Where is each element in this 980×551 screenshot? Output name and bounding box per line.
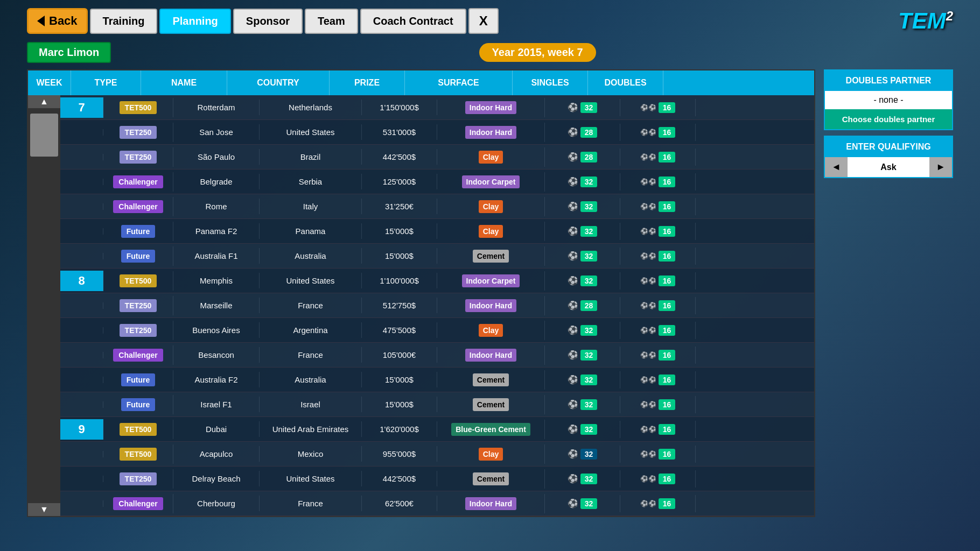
country-cell: Australia	[260, 372, 362, 387]
singles-cell: ⚽32	[545, 396, 620, 413]
table-row[interactable]: TET250San JoseUnited States531'000$Indoo…	[60, 120, 814, 145]
table-row[interactable]: FutureAustralia F1Australia15'000$Cement…	[60, 244, 814, 269]
singles-cell: ⚽32	[545, 371, 620, 388]
country-cell: Argentina	[260, 322, 362, 338]
country-cell: Mexico	[260, 446, 362, 462]
prize-cell: 475'500$	[362, 322, 437, 338]
back-arrow-icon	[37, 16, 45, 26]
table-row[interactable]: ChallengerBelgradeSerbia125'000$Indoor C…	[60, 169, 814, 194]
week-cell	[60, 401, 103, 408]
coach-contract-tab[interactable]: Coach Contract	[360, 9, 466, 34]
prize-cell: 105'000€	[362, 347, 437, 363]
table-row[interactable]: ChallengerCherbourgFrance62'500€Indoor H…	[60, 491, 814, 516]
week-cell	[60, 500, 103, 507]
country-cell: Israel	[260, 397, 362, 412]
name-cell: Marseille	[173, 298, 260, 313]
name-cell: Cherbourg	[173, 496, 260, 511]
table-row[interactable]: ChallengerRomeItaly31'250€Clay⚽32⚽⚽16	[60, 194, 814, 219]
scroll-thumb[interactable]	[30, 114, 58, 157]
type-cell: TET250	[103, 123, 173, 142]
col-week: WEEK	[28, 70, 71, 95]
team-tab[interactable]: Team	[305, 9, 358, 34]
doubles-cell: ⚽⚽16	[620, 297, 696, 314]
scroll-track	[28, 108, 60, 503]
table-row[interactable]: 9TET500DubaiUnited Arab Emirates1'620'00…	[60, 417, 814, 442]
table-header: WEEK TYPE NAME COUNTRY PRIZE SURFACE SIN…	[28, 70, 814, 95]
table-row[interactable]: TET500AcapulcoMexico955'000$Clay⚽32⚽⚽16	[60, 442, 814, 467]
enter-qualifying-label: ENTER QUALIFYING	[825, 137, 952, 157]
country-cell: France	[260, 496, 362, 511]
country-cell: United Arab Emirates	[260, 421, 362, 437]
prize-cell: 15'000$	[362, 248, 437, 264]
player-name: Marc Limon	[27, 42, 111, 63]
name-cell: Rome	[173, 199, 260, 214]
table-row[interactable]: 8TET500MemphisUnited States1'100'000$Ind…	[60, 269, 814, 293]
prize-cell: 442'500$	[362, 149, 437, 165]
name-cell: Buenos Aires	[173, 322, 260, 338]
country-cell: Panama	[260, 223, 362, 239]
doubles-cell: ⚽⚽16	[620, 421, 696, 438]
surface-cell: Indoor Hard	[437, 494, 545, 513]
ask-left-arrow[interactable]: ◄	[825, 157, 848, 177]
singles-cell: ⚽32	[545, 347, 620, 364]
doubles-cell: ⚽⚽16	[620, 446, 696, 463]
type-cell: TET500	[103, 271, 173, 291]
name-cell: San Jose	[173, 124, 260, 140]
sponsor-tab[interactable]: Sponsor	[233, 9, 303, 34]
back-button[interactable]: Back	[27, 8, 88, 34]
table-row[interactable]: 7TET500RotterdamNetherlands1'150'000$Ind…	[60, 95, 814, 120]
surface-cell: Clay	[437, 197, 545, 216]
table-row[interactable]: FuturePanama F2Panama15'000$Clay⚽32⚽⚽16	[60, 219, 814, 244]
week-cell	[60, 451, 103, 457]
scroll-up-button[interactable]: ▲	[28, 95, 60, 108]
table-row[interactable]: TET250Delray BeachUnited States442'500$C…	[60, 467, 814, 491]
doubles-cell: ⚽⚽16	[620, 322, 696, 339]
type-cell: TET250	[103, 321, 173, 340]
planning-tab[interactable]: Planning	[159, 9, 230, 34]
singles-cell: ⚽32	[545, 470, 620, 488]
type-cell: Future	[103, 395, 173, 414]
surface-cell: Indoor Hard	[437, 345, 545, 365]
table-row[interactable]: TET250São PauloBrazil442'500$Clay⚽28⚽⚽16	[60, 145, 814, 169]
table-row[interactable]: FutureAustralia F2Australia15'000$Cement…	[60, 368, 814, 392]
type-cell: TET250	[103, 147, 173, 167]
table-row[interactable]: ChallengerBesanconFrance105'000€Indoor H…	[60, 343, 814, 368]
week-cell	[60, 154, 103, 160]
doubles-cell: ⚽⚽16	[620, 248, 696, 265]
app-logo: TEM2	[898, 8, 953, 34]
singles-cell: ⚽28	[545, 124, 620, 141]
doubles-cell: ⚽⚽16	[620, 470, 696, 488]
singles-cell: ⚽32	[545, 99, 620, 116]
scroll-sidebar: ▲ ▼	[28, 95, 60, 516]
scroll-down-button[interactable]: ▼	[28, 503, 60, 516]
table-body: ▲ ▼ 7TET500RotterdamNetherlands1'150'000…	[28, 95, 814, 516]
surface-cell: Indoor Carpet	[437, 172, 545, 192]
name-cell: Acapulco	[173, 446, 260, 462]
week-cell	[60, 203, 103, 210]
training-tab[interactable]: Training	[90, 9, 158, 34]
name-cell: Rotterdam	[173, 100, 260, 115]
ask-label: Ask	[848, 163, 929, 172]
prize-cell: 15'000$	[362, 397, 437, 412]
col-prize: PRIZE	[330, 70, 405, 95]
week-cell: 7	[60, 97, 103, 118]
singles-cell: ⚽32	[545, 248, 620, 265]
name-cell: Australia F1	[173, 248, 260, 264]
table-row[interactable]: FutureIsrael F1Israel15'000$Cement⚽32⚽⚽1…	[60, 392, 814, 417]
close-button[interactable]: X	[468, 8, 499, 34]
week-cell	[60, 302, 103, 309]
name-cell: Besancon	[173, 347, 260, 363]
doubles-cell: ⚽⚽16	[620, 223, 696, 240]
type-cell: Challenger	[103, 172, 173, 192]
name-cell: Delray Beach	[173, 471, 260, 486]
choose-doubles-partner-button[interactable]: Choose doubles partner	[825, 109, 952, 129]
country-cell: Italy	[260, 199, 362, 214]
ask-right-arrow[interactable]: ►	[929, 157, 952, 177]
surface-cell: Indoor Hard	[437, 98, 545, 117]
table-row[interactable]: TET250MarseilleFrance512'750$Indoor Hard…	[60, 293, 814, 318]
table-row[interactable]: TET250Buenos AiresArgentina475'500$Clay⚽…	[60, 318, 814, 343]
week-cell	[60, 476, 103, 482]
prize-cell: 15'000$	[362, 223, 437, 239]
type-cell: TET250	[103, 469, 173, 489]
prize-cell: 955'000$	[362, 446, 437, 462]
